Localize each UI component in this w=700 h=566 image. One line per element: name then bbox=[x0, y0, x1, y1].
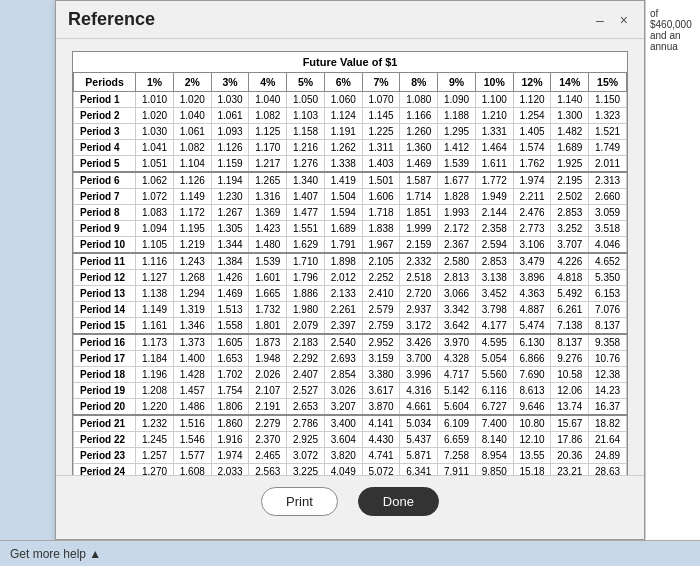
period-label: Period 9 bbox=[74, 221, 136, 237]
period-label: Period 17 bbox=[74, 351, 136, 367]
cell-value: 1.090 bbox=[438, 92, 476, 108]
period-label: Period 22 bbox=[74, 432, 136, 448]
cell-value: 1.801 bbox=[249, 318, 287, 335]
cell-value: 1.191 bbox=[324, 124, 362, 140]
period-label: Period 8 bbox=[74, 205, 136, 221]
cell-value: 2.786 bbox=[287, 415, 325, 432]
minimize-button[interactable]: – bbox=[592, 10, 608, 30]
cell-value: 1.521 bbox=[589, 124, 627, 140]
bottom-bar: Get more help ▲ bbox=[0, 540, 700, 566]
cell-value: 12.38 bbox=[589, 367, 627, 383]
period-label: Period 1 bbox=[74, 92, 136, 108]
cell-value: 2.107 bbox=[249, 383, 287, 399]
cell-value: 2.261 bbox=[324, 302, 362, 318]
cell-value: 3.970 bbox=[438, 334, 476, 351]
left-panel bbox=[0, 0, 55, 540]
cell-value: 1.925 bbox=[551, 156, 589, 173]
col-header: 1% bbox=[136, 73, 174, 92]
cell-value: 1.145 bbox=[362, 108, 400, 124]
period-label: Period 15 bbox=[74, 318, 136, 335]
cell-value: 1.873 bbox=[249, 334, 287, 351]
cell-value: 1.083 bbox=[136, 205, 174, 221]
cell-value: 1.124 bbox=[324, 108, 362, 124]
table-row: Period 211.2321.5161.8602.2792.7863.4004… bbox=[74, 415, 627, 432]
cell-value: 1.276 bbox=[287, 156, 325, 173]
cell-value: 3.870 bbox=[362, 399, 400, 416]
cell-value: 1.762 bbox=[513, 156, 551, 173]
right-panel-line2: and an annua bbox=[650, 30, 696, 52]
cell-value: 4.717 bbox=[438, 367, 476, 383]
cell-value: 3.707 bbox=[551, 237, 589, 254]
cell-value: 6.866 bbox=[513, 351, 551, 367]
cell-value: 1.551 bbox=[287, 221, 325, 237]
cell-value: 1.232 bbox=[136, 415, 174, 432]
cell-value: 8.613 bbox=[513, 383, 551, 399]
cell-value: 1.426 bbox=[211, 270, 249, 286]
cell-value: 2.011 bbox=[589, 156, 627, 173]
cell-value: 2.252 bbox=[362, 270, 400, 286]
cell-value: 1.412 bbox=[438, 140, 476, 156]
cell-value: 1.105 bbox=[136, 237, 174, 254]
cell-value: 5.871 bbox=[400, 448, 438, 464]
cell-value: 2.563 bbox=[249, 464, 287, 476]
cell-value: 3.604 bbox=[324, 432, 362, 448]
cell-value: 1.482 bbox=[551, 124, 589, 140]
cell-value: 7.076 bbox=[589, 302, 627, 318]
cell-value: 6.116 bbox=[475, 383, 513, 399]
cell-value: 2.159 bbox=[400, 237, 438, 254]
cell-value: 2.720 bbox=[400, 286, 438, 302]
cell-value: 1.126 bbox=[211, 140, 249, 156]
cell-value: 1.546 bbox=[173, 432, 211, 448]
cell-value: 2.397 bbox=[324, 318, 362, 335]
print-button[interactable]: Print bbox=[261, 487, 338, 516]
cell-value: 5.142 bbox=[438, 383, 476, 399]
cell-value: 8.137 bbox=[551, 334, 589, 351]
bottom-bar-label[interactable]: Get more help ▲ bbox=[10, 547, 101, 561]
period-label: Period 14 bbox=[74, 302, 136, 318]
cell-value: 1.070 bbox=[362, 92, 400, 108]
cell-value: 5.474 bbox=[513, 318, 551, 335]
col-header: 9% bbox=[438, 73, 476, 92]
future-value-table: Future Value of $1 Periods1%2%3%4%5%6%7%… bbox=[73, 52, 627, 475]
cell-value: 3.252 bbox=[551, 221, 589, 237]
cell-value: 3.059 bbox=[589, 205, 627, 221]
cell-value: 1.838 bbox=[362, 221, 400, 237]
cell-value: 1.196 bbox=[136, 367, 174, 383]
cell-value: 2.580 bbox=[438, 253, 476, 270]
cell-value: 1.311 bbox=[362, 140, 400, 156]
cell-value: 6.659 bbox=[438, 432, 476, 448]
cell-value: 15.18 bbox=[513, 464, 551, 476]
cell-value: 2.476 bbox=[513, 205, 551, 221]
cell-value: 1.594 bbox=[324, 205, 362, 221]
done-button[interactable]: Done bbox=[358, 487, 439, 516]
col-header: 10% bbox=[475, 73, 513, 92]
cell-value: 1.677 bbox=[438, 172, 476, 189]
table-row: Period 31.0301.0611.0931.1251.1581.1911.… bbox=[74, 124, 627, 140]
cell-value: 1.184 bbox=[136, 351, 174, 367]
cell-value: 1.093 bbox=[211, 124, 249, 140]
cell-value: 4.363 bbox=[513, 286, 551, 302]
cell-value: 1.331 bbox=[475, 124, 513, 140]
cell-value: 1.294 bbox=[173, 286, 211, 302]
period-label: Period 11 bbox=[74, 253, 136, 270]
cell-value: 2.012 bbox=[324, 270, 362, 286]
cell-value: 1.208 bbox=[136, 383, 174, 399]
cell-value: 1.423 bbox=[249, 221, 287, 237]
cell-value: 1.601 bbox=[249, 270, 287, 286]
dialog-body: Future Value of $1 Periods1%2%3%4%5%6%7%… bbox=[56, 39, 644, 475]
cell-value: 2.773 bbox=[513, 221, 551, 237]
cell-value: 1.100 bbox=[475, 92, 513, 108]
cell-value: 1.338 bbox=[324, 156, 362, 173]
cell-value: 1.188 bbox=[438, 108, 476, 124]
cell-value: 6.727 bbox=[475, 399, 513, 416]
cell-value: 1.340 bbox=[287, 172, 325, 189]
cell-value: 2.759 bbox=[362, 318, 400, 335]
cell-value: 2.033 bbox=[211, 464, 249, 476]
close-button[interactable]: × bbox=[616, 10, 632, 30]
cell-value: 1.051 bbox=[136, 156, 174, 173]
cell-value: 3.996 bbox=[400, 367, 438, 383]
cell-value: 3.106 bbox=[513, 237, 551, 254]
cell-value: 4.177 bbox=[475, 318, 513, 335]
cell-value: 6.341 bbox=[400, 464, 438, 476]
cell-value: 4.328 bbox=[438, 351, 476, 367]
